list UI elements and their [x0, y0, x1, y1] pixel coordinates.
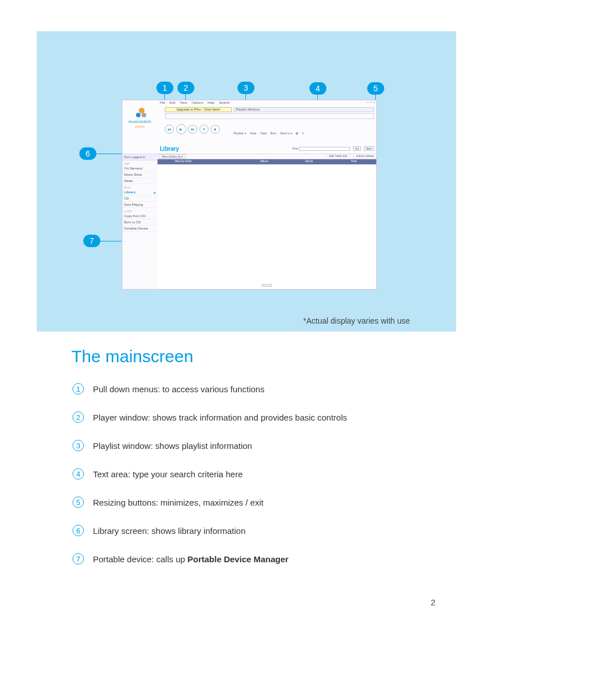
- legend-number: 2: [73, 411, 84, 423]
- legend-text: Playlist window: shows playlist informat…: [93, 441, 252, 451]
- legend-number: 3: [73, 440, 84, 451]
- prev-button[interactable]: ⏮: [165, 125, 174, 134]
- sidebar-item-label: Library: [124, 190, 135, 194]
- sidebar-item-cd[interactable]: CD: [122, 196, 158, 202]
- legend-text: Resizing buttons: minimizes, maximizes /…: [93, 498, 264, 507]
- find-input[interactable]: [299, 147, 350, 151]
- btn-label: Add to Library: [356, 154, 374, 158]
- player-controls: ⏮ ▶ ⏭ ⏸ ■: [165, 124, 221, 135]
- sidebar-section-play: PLAY: [122, 184, 158, 189]
- playlist-window-header: Playlist Window: [233, 107, 374, 112]
- legend-item: 5 Resizing buttons: minimizes, maximizes…: [73, 497, 469, 508]
- playlist-save-button[interactable]: Save: [250, 131, 256, 135]
- legend-text-pre: Portable device: calls up: [93, 554, 188, 564]
- play-button[interactable]: ▶: [176, 124, 186, 134]
- library-column-headers: View by Artist Album Genre Time: [158, 159, 376, 164]
- library-title: Library: [160, 146, 179, 152]
- legend-text-bold: Portable Device Manager: [188, 554, 288, 564]
- logo-dot-icon: [142, 113, 146, 117]
- shuffle-icon[interactable]: ⇄: [296, 131, 298, 135]
- legend-number: 5: [73, 497, 84, 508]
- upgrade-banner[interactable]: Upgrade to Plus - Click Here!: [165, 107, 232, 112]
- find-go-button[interactable]: Go: [353, 146, 362, 151]
- find-label: Find:: [292, 147, 299, 150]
- sidebar-section-copy: COPY: [122, 208, 158, 213]
- legend-number: 6: [73, 525, 84, 536]
- legend-item: 2 Player window: shows track information…: [73, 411, 469, 423]
- view-library-by-dropdown[interactable]: View Library by ▾: [159, 154, 186, 159]
- next-button[interactable]: ⏭: [188, 125, 197, 134]
- pause-button[interactable]: ⏸: [199, 125, 209, 134]
- figure-footnote: *Actual display varies with use: [303, 316, 410, 325]
- sidebar-login[interactable]: Not Logged In: [122, 154, 158, 160]
- app-logo: musicmatch jukebox: [122, 100, 158, 148]
- page-heading: The mainscreen: [71, 347, 193, 366]
- menu-file[interactable]: File: [160, 101, 165, 104]
- legend-list: 1 Pull down menus: to access various fun…: [73, 383, 469, 582]
- callout-5: 5: [367, 82, 384, 95]
- callout-6: 6: [79, 147, 96, 160]
- legend-text: Pull down menus: to access various funct…: [93, 384, 265, 394]
- plus-icon: ＋: [352, 154, 355, 158]
- sidebar-item-on-demand[interactable]: On Demand: [122, 166, 158, 172]
- library-body: [158, 164, 376, 289]
- playlist-clear-button[interactable]: Clear: [260, 131, 267, 135]
- legend-item: 4 Text area: type your search criteria h…: [73, 468, 469, 480]
- callout-1: 1: [156, 82, 173, 94]
- col-time[interactable]: Time: [332, 159, 376, 164]
- stop-button[interactable]: ■: [211, 125, 220, 134]
- menu-view[interactable]: View: [180, 101, 187, 104]
- window-buttons[interactable]: — □ ×: [366, 100, 375, 104]
- col-artist[interactable]: View by Artist: [158, 159, 242, 164]
- find-next-button[interactable]: Next: [364, 146, 374, 151]
- playlist-burn-button[interactable]: Burn: [270, 131, 277, 135]
- playlists-dropdown[interactable]: Playlists ▾: [233, 131, 246, 135]
- figure-panel: 1 2 3 4 5 6 7 musicmatch jukebox File Ed…: [37, 31, 456, 332]
- page-number: 2: [431, 597, 435, 607]
- sidebar-item-burn-cd[interactable]: Burn to CD: [122, 219, 158, 226]
- repeat-icon[interactable]: ↻: [302, 131, 304, 135]
- legend-number: 7: [73, 553, 84, 565]
- add-to-library-button[interactable]: ＋Add to Library: [350, 154, 376, 158]
- callout-3: 3: [237, 82, 254, 94]
- menu-help[interactable]: Help: [207, 101, 214, 104]
- edit-track-info-button[interactable]: Edit Track Info: [326, 154, 350, 158]
- sidebar-section-get: GET: [122, 160, 158, 166]
- find-row: Find: Go Next: [292, 146, 374, 151]
- legend-item: 6 Library screen: shows library informat…: [73, 525, 469, 536]
- callout-2: 2: [177, 82, 194, 94]
- library-toolbar: View Library by ▾ ＋Add to Library Edit T…: [158, 154, 376, 159]
- callout-4: 4: [309, 82, 326, 95]
- legend-item: 3 Playlist window: shows playlist inform…: [73, 440, 469, 451]
- menu-bar[interactable]: File Edit View Options Help Search: [158, 100, 376, 106]
- track-info-bar: [165, 113, 374, 119]
- legend-number: 1: [73, 383, 84, 394]
- sidebar-item-copy-cd[interactable]: Copy from CD: [122, 213, 158, 219]
- playlist-sendto-dropdown[interactable]: Send to ▾: [280, 131, 292, 135]
- brand-sub: jukebox: [122, 125, 158, 128]
- legend-text: Library screen: shows library informatio…: [93, 526, 245, 536]
- sidebar-item-now-playing[interactable]: Now Playing: [122, 202, 158, 208]
- chevron-right-icon: ▸: [154, 190, 156, 194]
- sidebar-item-music-store[interactable]: Music Store: [122, 172, 158, 178]
- sidebar-item-library[interactable]: Library▸: [122, 189, 158, 196]
- menu-options[interactable]: Options: [192, 101, 203, 104]
- menu-search[interactable]: Search: [219, 101, 230, 104]
- sidebar: Not Logged In GET On Demand Music Store …: [122, 154, 158, 289]
- menu-edit[interactable]: Edit: [169, 101, 175, 104]
- callout-7: 7: [83, 235, 100, 247]
- brand-name: musicmatch: [122, 120, 158, 124]
- resize-handle[interactable]: [262, 284, 272, 287]
- app-window: musicmatch jukebox File Edit View Option…: [122, 100, 377, 290]
- legend-item: 7 Portable device: calls up Portable Dev…: [73, 553, 469, 565]
- legend-text: Player window: shows track information a…: [93, 413, 347, 422]
- logo-dot-icon: [136, 113, 141, 117]
- legend-number: 4: [73, 468, 84, 480]
- sidebar-item-portable[interactable]: Portable Device: [122, 226, 158, 232]
- col-album[interactable]: Album: [242, 159, 287, 164]
- legend-text: Portable device: calls up Portable Devic…: [93, 554, 288, 564]
- playlist-toolbar: Playlists ▾ Save Clear Burn Send to ▾ ⇄ …: [233, 131, 374, 137]
- legend-text: Text area: type your search criteria her…: [93, 469, 243, 479]
- sidebar-item-radio[interactable]: Radio: [122, 178, 158, 184]
- col-genre[interactable]: Genre: [287, 159, 332, 164]
